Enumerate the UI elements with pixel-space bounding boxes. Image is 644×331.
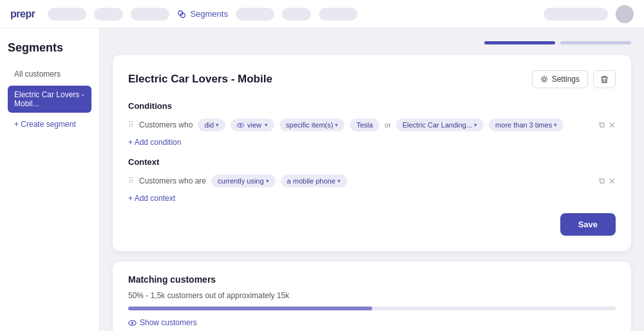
svg-point-4 <box>240 124 242 126</box>
main-content: Electric Car Lovers - Mobile Settings <box>100 28 644 331</box>
remove-context-button[interactable]: ✕ <box>609 176 616 186</box>
context-drag-handle[interactable]: ⠿ <box>128 176 134 185</box>
view-chip[interactable]: view ▾ <box>231 118 274 131</box>
settings-label: Settings <box>552 75 580 84</box>
show-customers-link[interactable]: Show customers <box>128 318 616 327</box>
sidebar-title: Segments <box>8 41 91 55</box>
logo: prepr <box>10 8 35 20</box>
card-actions: Settings <box>532 70 616 88</box>
progress-step-2 <box>560 41 631 44</box>
nav-pill-4 <box>236 8 274 21</box>
nav-pill-6 <box>319 8 357 21</box>
workspace-dropdown[interactable] <box>544 8 608 21</box>
did-chevron: ▾ <box>216 122 219 128</box>
currently-using-chevron: ▾ <box>266 178 269 184</box>
context-row-1: ⠿ Customers who are currently using ▾ a … <box>128 175 616 187</box>
avatar[interactable] <box>616 5 634 23</box>
context-label: Context <box>128 157 616 167</box>
sidebar: Segments All customers Electric Car Love… <box>0 28 100 331</box>
matching-desc: 50% - 1,5k customers out of approximatel… <box>128 291 616 300</box>
sidebar-create-segment[interactable]: + Create segment <box>8 115 91 133</box>
context-row-actions: ⧉ ✕ <box>599 176 616 186</box>
mobile-phone-chevron: ▾ <box>337 178 341 184</box>
drag-handle[interactable]: ⠿ <box>128 120 134 129</box>
trash-icon <box>600 75 609 84</box>
nav-pill-1 <box>48 8 86 21</box>
customers-who-are-label: Customers who are <box>139 176 206 185</box>
matching-section: Matching customers 50% - 1,5k customers … <box>113 261 631 331</box>
progress-steps <box>113 41 631 44</box>
currently-using-chip[interactable]: currently using ▾ <box>211 175 276 187</box>
copy-condition-button[interactable]: ⧉ <box>599 120 605 130</box>
progress-step-1 <box>484 41 555 44</box>
topnav: prepr Segments <box>0 0 644 28</box>
save-button[interactable]: Save <box>560 213 616 236</box>
card-title: Electric Car Lovers - Mobile <box>128 73 272 86</box>
electric-car-chip[interactable]: Electric Car Landing... ▾ <box>396 118 484 131</box>
delete-button[interactable] <box>593 70 616 88</box>
tesla-chip[interactable]: Tesla <box>350 118 379 131</box>
mobile-phone-chip[interactable]: a mobile phone ▾ <box>281 175 347 187</box>
settings-icon <box>540 75 548 83</box>
frequency-chevron: ▾ <box>554 122 557 128</box>
items-chevron: ▾ <box>335 122 338 128</box>
matching-progress-track <box>128 307 616 310</box>
view-chevron: ▾ <box>265 122 268 128</box>
nav-segments-label: Segments <box>190 9 228 19</box>
copy-context-button[interactable]: ⧉ <box>599 176 605 186</box>
svg-point-2 <box>542 78 545 81</box>
nav-pill-2 <box>94 8 123 21</box>
eye-icon <box>237 122 244 129</box>
settings-button[interactable]: Settings <box>532 70 588 88</box>
card-header: Electric Car Lovers - Mobile Settings <box>128 70 616 88</box>
add-condition-link[interactable]: + Add condition <box>128 138 616 147</box>
condition-row-1: ⠿ Customers who did ▾ view ▾ specific it… <box>128 118 616 131</box>
remove-condition-button[interactable]: ✕ <box>609 120 616 130</box>
segment-card: Electric Car Lovers - Mobile Settings <box>113 55 631 251</box>
nav-pill-3 <box>131 8 169 21</box>
add-context-link[interactable]: + Add context <box>128 194 616 203</box>
conditions-label: Conditions <box>128 101 616 111</box>
electric-car-chevron: ▾ <box>474 122 477 128</box>
matching-progress-fill <box>128 307 372 310</box>
svg-point-6 <box>131 321 133 323</box>
did-chip[interactable]: did ▾ <box>198 118 225 131</box>
condition-row-actions: ⧉ ✕ <box>599 120 616 130</box>
main-layout: Segments All customers Electric Car Love… <box>0 28 644 331</box>
matching-title: Matching customers <box>128 274 616 285</box>
sidebar-item-all-customers[interactable]: All customers <box>8 65 91 83</box>
show-customers-icon <box>128 319 137 327</box>
or-label: or <box>384 121 391 129</box>
nav-segments-item[interactable]: Segments <box>177 9 228 19</box>
save-row: Save <box>128 213 616 236</box>
items-chip[interactable]: specific item(s) ▾ <box>279 118 345 131</box>
segments-icon <box>177 10 186 19</box>
customers-who-label: Customers who <box>139 120 193 129</box>
nav-pill-5 <box>282 8 311 21</box>
sidebar-item-electric-car[interactable]: Electric Car Lovers - Mobil... <box>8 86 91 113</box>
frequency-chip[interactable]: more than 3 times ▾ <box>489 118 564 131</box>
